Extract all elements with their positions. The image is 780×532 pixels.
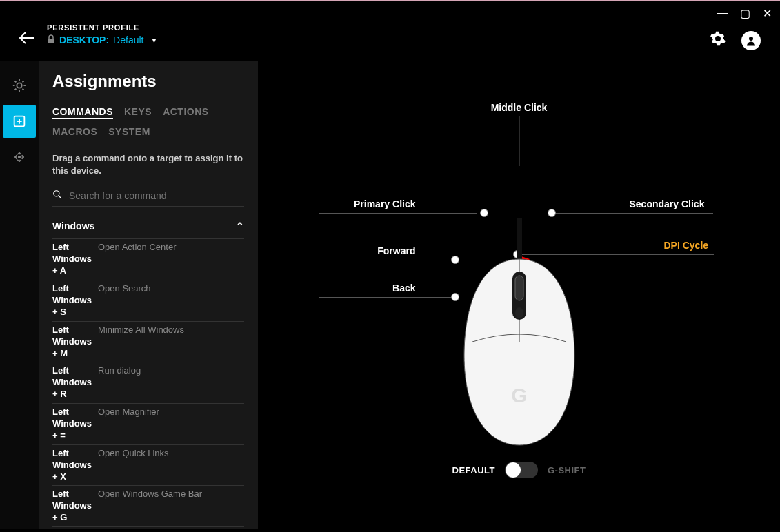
command-item[interactable]: Left Windows + AOpen Action Center — [52, 239, 244, 280]
svg-point-1 — [749, 37, 753, 41]
svg-line-7 — [14, 81, 16, 82]
profile-name: Default — [113, 34, 143, 45]
command-item[interactable]: Left Windows + RRun dialog — [52, 362, 244, 404]
label-back: Back — [392, 283, 415, 294]
toggle-label-default: DEFAULT — [452, 465, 495, 475]
category-windows[interactable]: Windows ⌃ — [52, 221, 244, 232]
mouse-illustration: G — [452, 218, 587, 455]
label-primary-click: Primary Click — [354, 198, 416, 209]
minimize-button[interactable]: — — [717, 7, 728, 20]
gshift-toggle[interactable] — [505, 462, 538, 478]
command-item[interactable]: Left Windows + =Open Magnifier — [52, 404, 244, 445]
label-forward: Forward — [377, 245, 415, 256]
svg-rect-23 — [517, 218, 522, 259]
mode-rail — [0, 61, 39, 529]
device-view: Middle Click Primary Click Secondary Cli… — [258, 61, 780, 529]
lock-icon — [47, 34, 55, 46]
label-dpi: DPI Cycle — [664, 240, 709, 251]
assignments-panel: Assignments COMMANDS KEYS ACTIONS MACROS… — [39, 61, 258, 529]
tab-actions[interactable]: ACTIONS — [163, 106, 209, 119]
settings-icon[interactable] — [710, 30, 726, 51]
maximize-button[interactable]: ▢ — [740, 7, 750, 20]
svg-point-26 — [515, 307, 523, 318]
hotspot-secondary[interactable] — [548, 209, 556, 217]
window-controls: — ▢ ✕ — [717, 7, 772, 20]
tab-system[interactable]: SYSTEM — [108, 126, 150, 137]
category-label: Windows — [52, 221, 94, 232]
gshift-toggle-row: DEFAULT G-SHIFT — [452, 462, 586, 478]
chevron-up-icon: ⌃ — [236, 221, 244, 232]
tab-keys[interactable]: KEYS — [124, 106, 152, 119]
hotspot-primary[interactable] — [480, 209, 488, 217]
command-item[interactable]: Left Windows + MMinimize All Windows — [52, 322, 244, 363]
label-secondary-click: Secondary Click — [630, 198, 705, 209]
svg-point-2 — [17, 83, 21, 88]
svg-rect-0 — [48, 39, 54, 43]
svg-text:G: G — [511, 384, 527, 407]
svg-line-20 — [59, 196, 61, 198]
tab-commands[interactable]: COMMANDS — [52, 106, 113, 119]
toggle-label-gshift: G-SHIFT — [548, 465, 586, 475]
command-item[interactable]: Left Windows + GOpen Windows Game Bar — [52, 486, 244, 527]
chevron-down-icon: ▼ — [150, 37, 157, 44]
drag-hint: Drag a command onto a target to assign i… — [52, 152, 244, 177]
svg-rect-25 — [515, 276, 523, 300]
svg-line-8 — [23, 89, 24, 90]
sensitivity-mode-button[interactable] — [3, 141, 36, 174]
assignments-mode-button[interactable] — [3, 105, 36, 138]
back-arrow-icon[interactable] — [19, 30, 34, 48]
command-item[interactable]: Left Windows + SOpen Search — [52, 280, 244, 322]
lighting-mode-button[interactable] — [3, 69, 36, 102]
svg-line-10 — [23, 81, 24, 82]
command-item[interactable]: Left Windows + XOpen Quick Links — [52, 445, 244, 487]
account-avatar[interactable] — [741, 31, 761, 50]
command-list: Left Windows + AOpen Action Center Left … — [52, 238, 244, 529]
command-item[interactable]: Left WHide/Show — [52, 527, 244, 529]
svg-point-14 — [19, 156, 21, 158]
label-middle-click: Middle Click — [491, 102, 548, 113]
tab-macros[interactable]: MACROS — [52, 126, 97, 137]
profile-desktop-text: DESKTOP: — [59, 34, 109, 45]
close-button[interactable]: ✕ — [763, 7, 772, 20]
search-icon — [52, 190, 62, 202]
svg-point-19 — [54, 191, 59, 196]
header: PERSISTENT PROFILE DESKTOP: Default ▼ — [0, 1, 780, 61]
svg-line-9 — [14, 89, 16, 90]
profile-label: PERSISTENT PROFILE — [47, 23, 157, 32]
profile-selector[interactable]: DESKTOP: Default ▼ — [47, 34, 157, 46]
panel-title: Assignments — [52, 72, 244, 91]
search-input[interactable] — [69, 190, 244, 201]
